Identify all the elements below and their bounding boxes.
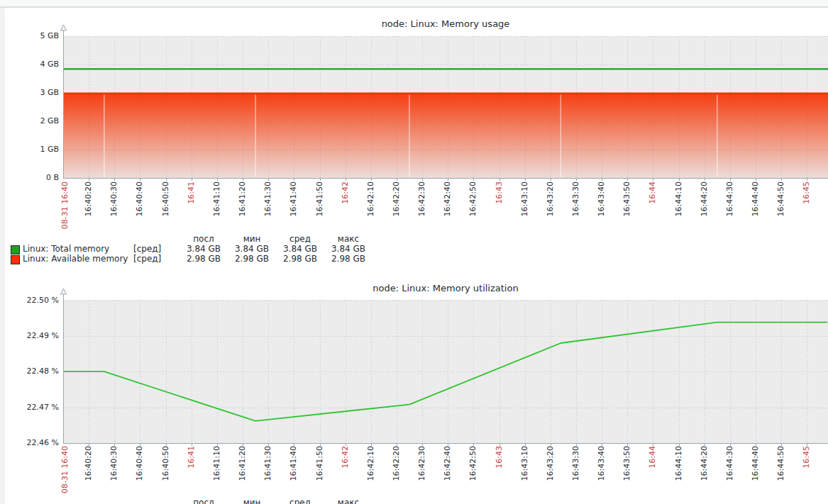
x-axis-line [63, 443, 828, 444]
x-tick-mark [730, 179, 731, 181]
x-tick-label: 16:44:50 [776, 446, 785, 481]
x-tick-label: 16:44:50 [776, 181, 785, 216]
x-tick-mark [551, 179, 551, 181]
x-tick-mark [217, 179, 218, 181]
x-tick-mark [166, 444, 167, 446]
y-tick-label: 22.49 % [0, 332, 59, 340]
y-axis-line [63, 294, 64, 443]
x-tick-label: 16:43:40 [597, 446, 606, 481]
x-tick-label: 16:44:40 [751, 446, 760, 481]
y-tick-label: 22.47 % [0, 403, 59, 412]
x-tick-label: 16:44:30 [725, 446, 734, 481]
x-tick-mark [679, 444, 680, 446]
series-color-swatch [11, 245, 20, 254]
x-tick-mark [422, 444, 423, 446]
x-tick-label: 16:41:20 [238, 181, 247, 216]
x-tick-mark [320, 179, 321, 181]
x-tick-label: 16:43:40 [597, 181, 606, 216]
series-stat-value: 2.98 GB [180, 254, 228, 264]
x-tick-label: 16:40:40 [135, 181, 144, 216]
y-tick-label: 22.48 % [0, 367, 59, 376]
y-axis-arrow-icon [60, 288, 67, 295]
x-tick-mark [89, 444, 89, 446]
x-tick-label: 16:44:30 [725, 181, 734, 216]
x-tick-mark [243, 444, 243, 446]
x-tick-label: 16:42:10 [366, 181, 375, 216]
x-tick-label: 16:43:50 [622, 446, 631, 481]
series-stat-value: 3.84 GB [228, 245, 276, 254]
series-stat-value: 3.84 GB [276, 245, 324, 254]
x-tick-label: 16:42:10 [366, 446, 375, 481]
x-tick-label: 16:43:10 [520, 181, 529, 216]
x-tick-label: 16:43:30 [571, 181, 580, 216]
x-tick-label: 16:40:50 [161, 446, 170, 481]
y-tick-label: 1 GB [0, 145, 59, 154]
x-tick-label: 16:42 [341, 446, 350, 469]
x-tick-label: 08-31 16:40 [60, 446, 70, 493]
y-tick-label: 22.50 % [0, 296, 59, 305]
y-tick-label: 22.46 % [0, 439, 59, 447]
x-tick-mark [166, 179, 167, 181]
x-tick-label: 16:41:20 [238, 446, 247, 481]
x-tick-label: 16:41:40 [289, 181, 298, 216]
x-tick-mark [781, 179, 782, 181]
x-tick-label: 16:44 [648, 446, 657, 469]
x-tick-label: 16:42 [341, 181, 350, 204]
x-tick-label: 16:43:10 [520, 446, 529, 481]
x-tick-label: 16:40:20 [84, 446, 93, 481]
series-stat-value: 2.98 GB [276, 254, 324, 264]
x-tick-mark [268, 444, 269, 446]
x-tick-label: 16:41:50 [315, 446, 324, 481]
x-tick-mark [602, 179, 602, 181]
x-tick-mark [243, 179, 243, 181]
x-tick-label: 16:43:50 [622, 181, 631, 216]
x-tick-mark [217, 444, 218, 446]
x-tick-label: 16:41:30 [263, 181, 272, 216]
x-tick-label: 16:43:20 [546, 446, 555, 481]
x-tick-label: 16:42:30 [417, 446, 426, 481]
x-tick-mark [807, 444, 807, 446]
legend-column-header: сред [276, 235, 324, 244]
x-tick-label: 16:44:10 [674, 181, 683, 216]
x-tick-mark [422, 179, 423, 181]
x-tick-mark [371, 444, 372, 446]
x-tick-mark [397, 179, 397, 181]
node: Linux: Memory utilization plot-area[interactable] [63, 300, 828, 443]
x-tick-mark [730, 444, 731, 446]
series-stat-value: 3.84 GB [324, 245, 372, 254]
legend-column-header: макс [324, 235, 372, 244]
x-tick-label: 16:40:50 [161, 181, 170, 216]
top-bar [0, 0, 828, 8]
x-tick-mark [140, 444, 140, 446]
x-tick-label: 16:41:10 [212, 446, 221, 481]
x-tick-label: 16:43:20 [546, 181, 555, 216]
x-tick-mark [756, 179, 756, 181]
series-aggregation: [сред] [133, 254, 161, 264]
x-tick-label: 16:42:50 [468, 446, 478, 481]
x-tick-mark [551, 444, 551, 446]
series-stat-value: 3.84 GB [180, 245, 228, 254]
y-tick-label: 4 GB [0, 60, 59, 69]
x-tick-mark [499, 444, 500, 446]
x-tick-mark [346, 444, 346, 446]
x-tick-mark [371, 179, 372, 181]
x-tick-mark [576, 179, 577, 181]
plot-background [63, 300, 828, 443]
x-tick-label: 16:44:20 [700, 181, 709, 216]
x-tick-mark [320, 444, 321, 446]
x-tick-mark [448, 444, 448, 446]
x-tick-label: 16:42:50 [468, 181, 478, 216]
x-tick-mark [397, 444, 397, 446]
x-tick-mark [294, 179, 294, 181]
x-tick-label: 16:44:10 [674, 446, 683, 481]
x-tick-mark [705, 444, 705, 446]
series-color-swatch [11, 255, 20, 264]
x-tick-mark [473, 444, 474, 446]
x-tick-label: 16:42:20 [392, 181, 401, 216]
x-tick-label: 16:41 [187, 446, 196, 469]
x-tick-mark [807, 179, 807, 181]
legend-column-header: макс [324, 498, 372, 504]
x-tick-label: 16:44:20 [700, 446, 709, 481]
x-tick-label: 16:41:40 [289, 446, 298, 481]
node: Linux: Memory usage plot-area[interactable] [63, 36, 828, 178]
